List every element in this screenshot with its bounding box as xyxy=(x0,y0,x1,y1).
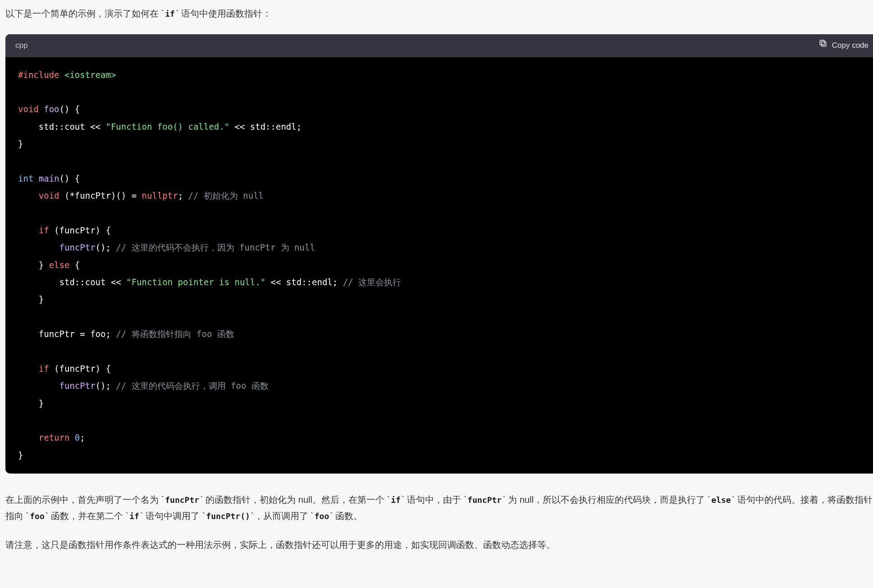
outro-text: ` 语句中调用了 ` xyxy=(140,511,205,521)
token-str-null: "Function pointer is null." xyxy=(126,277,265,287)
inline-code-if: if xyxy=(164,9,176,18)
token-int: int xyxy=(18,173,33,183)
copy-code-label: Copy code xyxy=(832,39,868,53)
inline-code-if1: if xyxy=(390,495,402,505)
token-nullptr: nullptr xyxy=(142,191,178,201)
code-content[interactable]: #include <iostream> void foo() { std::co… xyxy=(5,57,873,474)
token-fnptr1: funcPtr xyxy=(59,242,96,252)
token-cmt5: // 这里的代码会执行，调用 foo 函数 xyxy=(116,381,269,391)
token-void2: void xyxy=(39,191,59,201)
code-block-header: cpp Copy code xyxy=(5,34,873,57)
inline-code-else: else xyxy=(710,495,731,505)
token-if1: if xyxy=(39,225,49,235)
outro-text: ` 的函数指针，初始化为 null。然后，在第一个 ` xyxy=(200,495,390,505)
token-else: else xyxy=(49,260,70,270)
token-iostream: <iostream> xyxy=(64,70,116,80)
inline-code-foo2: foo xyxy=(314,511,330,521)
intro-text-2: ` 语句中使用函数指针： xyxy=(176,9,271,18)
inline-code-funcptr2: funcPtr xyxy=(466,495,503,505)
token-return: return xyxy=(39,433,70,442)
token-void: void xyxy=(18,104,39,114)
outro-text: ` 函数。 xyxy=(330,511,362,521)
token-main: main xyxy=(39,173,59,183)
clipboard-icon xyxy=(818,39,827,53)
svg-rect-0 xyxy=(821,42,826,46)
inline-code-if2: if xyxy=(128,511,140,521)
outro-text: ` 为 null，所以不会执行相应的代码块，而是执行了 ` xyxy=(503,495,710,505)
outro-text: 在上面的示例中，首先声明了一个名为 ` xyxy=(5,495,164,505)
code-block: cpp Copy code #include <iostream> void f… xyxy=(5,34,873,474)
token-cmt3: // 这里会执行 xyxy=(343,277,401,287)
code-language-label: cpp xyxy=(15,39,27,53)
outro-text: `，从而调用了 ` xyxy=(251,511,314,521)
token-cmt4: // 将函数指针指向 foo 函数 xyxy=(116,329,234,339)
token-cmt2: // 这里的代码不会执行，因为 funcPtr 为 null xyxy=(116,242,315,252)
outro-paragraph-1: 在上面的示例中，首先声明了一个名为 `funcPtr` 的函数指针，初始化为 n… xyxy=(5,492,873,524)
token-include: #include xyxy=(18,70,59,80)
outro-text: ` 函数，并在第二个 ` xyxy=(46,511,128,521)
token-zero: 0 xyxy=(75,433,80,442)
intro-paragraph: 以下是一个简单的示例，演示了如何在 `if` 语句中使用函数指针： xyxy=(5,5,873,22)
copy-code-button[interactable]: Copy code xyxy=(818,39,868,53)
outro-paragraph-2: 请注意，这只是函数指针用作条件表达式的一种用法示例，实际上，函数指针还可以用于更… xyxy=(5,537,873,553)
inline-code-funcptr: funcPtr xyxy=(164,495,200,505)
token-str-foo: "Function foo() called." xyxy=(105,122,229,132)
intro-text: 以下是一个简单的示例，演示了如何在 ` xyxy=(5,9,164,18)
outro-text: ` 语句中，由于 ` xyxy=(402,495,466,505)
inline-code-funcptrcall: funcPtr() xyxy=(205,511,251,521)
token-fnptr2: funcPtr xyxy=(59,381,96,391)
inline-code-foo: foo xyxy=(29,511,46,521)
token-if2: if xyxy=(39,364,49,374)
token-foo: foo xyxy=(44,104,59,114)
svg-rect-1 xyxy=(820,40,824,45)
token-cmt1: // 初始化为 null xyxy=(188,191,264,201)
